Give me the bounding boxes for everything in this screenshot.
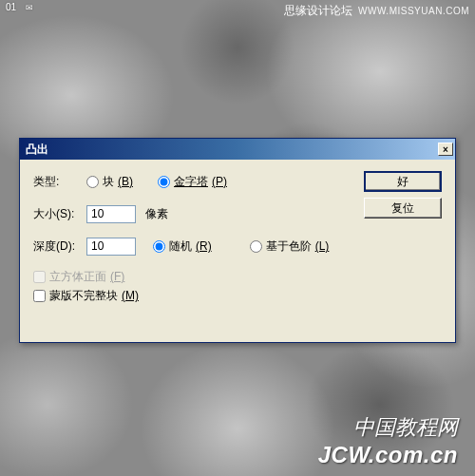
checkbox-mask[interactable] xyxy=(33,290,46,302)
radio-block-hotkey: (B) xyxy=(118,175,133,188)
close-icon: × xyxy=(443,144,448,155)
extrude-dialog: 凸出 × 类型: 块(B) 金字塔(P) 大小(S): 像素 xyxy=(19,138,456,343)
depth-label: 深度(D): xyxy=(33,238,86,255)
watermark-url: WWW.MISSYUAN.COM xyxy=(358,6,469,16)
radio-pyramid[interactable]: 金字塔(P) xyxy=(158,174,227,190)
size-unit: 像素 xyxy=(145,206,168,222)
watermark-bottom: 中国教程网 JCW.com.cn xyxy=(318,413,458,468)
radio-pyramid-label: 金字塔 xyxy=(174,174,208,190)
watermark-text: 思缘设计论坛 xyxy=(284,3,352,19)
close-button[interactable]: × xyxy=(438,143,453,156)
checkbox-mask-row[interactable]: 蒙版不完整块(M) xyxy=(33,287,442,304)
type-label: 类型: xyxy=(33,174,86,190)
radio-pyramid-input[interactable] xyxy=(158,176,170,188)
size-label: 大小(S): xyxy=(33,206,86,222)
radio-levels-hotkey: (L) xyxy=(315,239,330,253)
dialog-body: 类型: 块(B) 金字塔(P) 大小(S): 像素 深度(D): xyxy=(20,160,455,342)
radio-random-hotkey: (R) xyxy=(196,239,212,253)
radio-levels-label: 基于色阶 xyxy=(266,238,312,255)
radio-random-label: 随机 xyxy=(169,238,192,255)
checkbox-front-hotkey: (F) xyxy=(110,270,124,283)
checkbox-front xyxy=(33,271,46,283)
radio-block[interactable]: 块(B) xyxy=(86,174,133,190)
radio-block-input[interactable] xyxy=(86,176,99,188)
radio-block-label: 块 xyxy=(103,174,114,190)
radio-random[interactable]: 随机(R) xyxy=(153,238,212,255)
radio-levels[interactable]: 基于色阶(L) xyxy=(250,238,330,255)
radio-random-input[interactable] xyxy=(153,240,165,253)
radio-levels-input[interactable] xyxy=(250,240,262,253)
document-tabs: 01 ✉ xyxy=(2,1,33,13)
button-column: 好 复位 xyxy=(364,171,442,219)
watermark-bottom-url: JCW.com.cn xyxy=(318,442,458,468)
dialog-title: 凸出 xyxy=(26,142,48,158)
radio-pyramid-hotkey: (P) xyxy=(212,175,227,188)
watermark-bottom-cn: 中国教程网 xyxy=(318,413,458,442)
checkbox-mask-label: 蒙版不完整块 xyxy=(49,288,118,304)
tab-01[interactable]: 01 xyxy=(2,1,20,13)
watermark-top: 思缘设计论坛 WWW.MISSYUAN.COM xyxy=(284,3,469,19)
mail-icon: ✉ xyxy=(26,3,33,12)
ok-button[interactable]: 好 xyxy=(364,171,442,192)
checkbox-mask-hotkey: (M) xyxy=(122,289,139,302)
type-radio-group: 块(B) 金字塔(P) xyxy=(86,174,227,190)
depth-row: 深度(D): 随机(R) 基于色阶(L) xyxy=(33,236,442,257)
checkbox-front-row: 立方体正面(F) xyxy=(33,268,442,285)
depth-input[interactable] xyxy=(86,238,136,256)
size-input[interactable] xyxy=(86,205,136,223)
titlebar[interactable]: 凸出 × xyxy=(20,139,455,160)
depth-radio-group: 随机(R) 基于色阶(L) xyxy=(153,238,329,255)
checkbox-front-label: 立方体正面 xyxy=(49,269,106,285)
reset-button[interactable]: 复位 xyxy=(364,198,442,219)
